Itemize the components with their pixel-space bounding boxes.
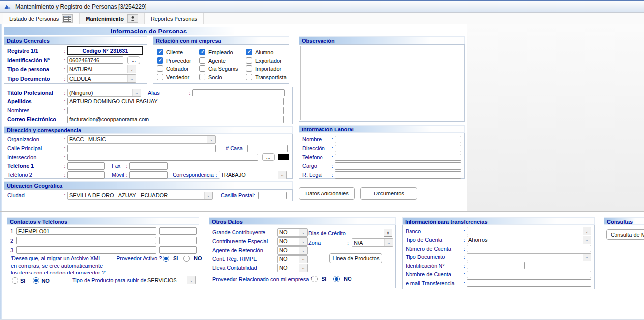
contact-2-input[interactable] [16, 237, 156, 244]
contribuyente-especial-label: Contribuyente Especial [212, 238, 277, 244]
tab-listado-personas[interactable]: Listado de Personas [3, 13, 79, 24]
checkbox-box[interactable] [246, 65, 252, 72]
contact-3-input[interactable] [16, 246, 156, 254]
telefono2-input[interactable] [67, 171, 105, 179]
observacion-textarea[interactable] [300, 46, 463, 120]
checkbox-empleado[interactable]: Empleado [199, 48, 246, 56]
tipo-documento-select[interactable]: CEDULA ⌄ [67, 74, 136, 83]
trans-tipo-documento-select[interactable]: ⌄ [467, 253, 591, 261]
checkbox-exportador[interactable]: Exportador [246, 56, 287, 64]
laboral-cargo-input[interactable] [335, 162, 461, 170]
correspondencia-select[interactable]: TRABAJO ⌄ [219, 171, 287, 179]
identificacion-input[interactable] [67, 56, 123, 64]
titulo-profesional-select[interactable]: (Ninguno) ⌄ [67, 89, 141, 97]
alias-input[interactable] [192, 89, 285, 96]
calle-principal-input[interactable] [67, 145, 216, 152]
checkbox-cobrador[interactable]: Cobrador [157, 64, 199, 73]
migrar-si-radio[interactable] [12, 277, 18, 284]
checkbox-importador[interactable]: Importador [246, 64, 287, 73]
proveedor-activo-si-radio[interactable] [163, 256, 169, 262]
ciudad-select[interactable]: SEVILLA DE ORO - AZUAY - ECUADOR ⌄ [67, 192, 213, 200]
telefono1-input[interactable] [67, 162, 105, 170]
laboral-telefono-input[interactable] [335, 154, 461, 161]
checkbox-label: Empleado [208, 49, 233, 55]
relacionado-si-radio[interactable] [311, 276, 318, 282]
group-header-direccion: Dirección y correspondencia [4, 126, 293, 134]
casilla-postal-input[interactable] [258, 192, 287, 199]
color-swatch[interactable] [278, 154, 289, 160]
identificacion-browse-button[interactable]: ... [127, 56, 140, 64]
checkbox-box[interactable] [157, 74, 163, 80]
tipo-persona-select[interactable]: NATURAL ⌄ [67, 65, 136, 73]
documentos-button[interactable]: Documentos [360, 187, 417, 200]
laboral-rlegal-input[interactable] [335, 171, 461, 179]
checkbox-alumno[interactable]: Alumno [246, 48, 287, 56]
spinner-arrows-icon[interactable]: ▲▼ [384, 229, 392, 237]
interseccion-input[interactable] [67, 154, 258, 161]
colon: : [330, 154, 335, 160]
checkbox-box[interactable] [246, 49, 252, 55]
checkbox-box[interactable] [246, 57, 252, 64]
chevron-down-icon: ⌄ [278, 171, 286, 179]
contact-2-extra-input[interactable] [159, 237, 197, 244]
laboral-direccion-input[interactable] [335, 145, 461, 152]
nombres-input[interactable] [67, 107, 284, 114]
rimpe-select[interactable]: NO⌄ [277, 255, 308, 263]
checkbox-box[interactable] [246, 74, 252, 80]
checkbox-box[interactable] [199, 57, 205, 64]
checkbox-box[interactable] [199, 49, 205, 55]
checkbox-socio[interactable]: Socio [199, 73, 246, 81]
checkbox-box[interactable] [199, 65, 205, 72]
relacionado-no-radio[interactable] [333, 276, 340, 282]
checkbox-box[interactable] [157, 49, 163, 55]
nombre-cuenta-input[interactable] [467, 271, 591, 278]
tab-reportes-personas[interactable]: Reportes Personas [145, 13, 204, 24]
colon: : [462, 263, 467, 269]
contact-1-input[interactable] [16, 227, 156, 235]
migrar-no-radio[interactable] [33, 277, 39, 284]
contact-3-extra-input[interactable] [159, 246, 197, 254]
interseccion-browse-button[interactable]: ... [262, 153, 275, 161]
zona-select[interactable]: N/A ⌄ [352, 238, 393, 247]
laboral-nombre-input[interactable] [335, 136, 461, 143]
dias-credito-input[interactable] [352, 229, 384, 236]
checkbox-box[interactable] [157, 65, 163, 72]
casa-input[interactable] [247, 145, 288, 152]
checkbox-cia-seguros[interactable]: Cia Seguros [199, 64, 246, 73]
checkbox-box[interactable] [157, 57, 163, 64]
tab-mantenimiento[interactable]: Mantenimiento [79, 13, 145, 24]
banco-select[interactable]: ⌄ [467, 227, 591, 235]
window-titlebar: Mantenimiento y Registro de Personas [3/… [0, 0, 644, 13]
checkbox-agente[interactable]: Agente [199, 56, 246, 64]
contact-1-extra-input[interactable] [159, 227, 197, 235]
movil-input[interactable] [129, 171, 168, 179]
spin-down-icon[interactable]: ▼ [387, 233, 389, 235]
trans-identificacion-input[interactable] [467, 262, 525, 269]
correo-input[interactable] [67, 116, 284, 123]
contribuyente-especial-select[interactable]: NO⌄ [277, 237, 308, 246]
lleva-contabilidad-select[interactable]: NO⌄ [277, 264, 308, 272]
organizacion-select[interactable]: FACC - MUSIC ⌄ [67, 135, 216, 144]
window-left-border [0, 24, 2, 320]
fax-input[interactable] [129, 162, 168, 170]
agente-retencion-select[interactable]: NO⌄ [277, 246, 308, 255]
proveedor-activo-no-radio[interactable] [183, 256, 190, 262]
email-transferencia-input[interactable] [467, 279, 591, 287]
checkbox-vendedor[interactable]: Vendedor [157, 73, 199, 81]
linea-productos-button[interactable]: Linea de Productos [329, 253, 382, 263]
colon: : [462, 246, 467, 252]
tipo-producto-select[interactable]: SERVICIOS ⌄ [146, 276, 196, 284]
consulta-button[interactable]: Consulta de M [606, 229, 644, 240]
checkbox-cliente[interactable]: Cliente [157, 48, 199, 56]
numero-cuenta-input[interactable] [467, 245, 591, 252]
checkbox-transportista[interactable]: Transportista [246, 73, 287, 81]
datos-adicionales-button[interactable]: Datos Adicionales [299, 187, 355, 200]
checkbox-box[interactable] [199, 74, 205, 80]
checkbox-proveedor[interactable]: Proveedor [157, 56, 199, 64]
grande-contribuyente-select[interactable]: NO⌄ [277, 228, 308, 237]
proveedor-relacionado-label: Proveedor Relacionado con mi empresa ? [212, 276, 313, 282]
tipo-cuenta-select[interactable]: Ahorros⌄ [467, 236, 591, 244]
apellidos-input[interactable] [67, 98, 284, 105]
dias-credito-spinner[interactable]: ▲▼ [352, 229, 392, 237]
colon: : [330, 136, 335, 142]
